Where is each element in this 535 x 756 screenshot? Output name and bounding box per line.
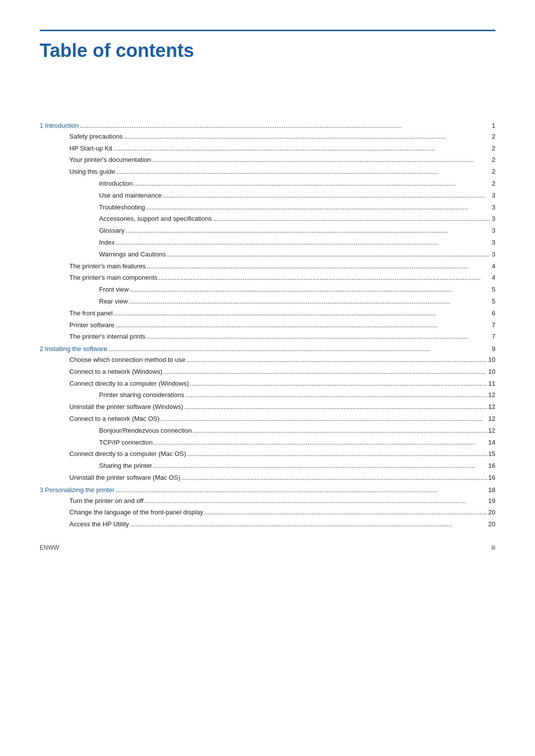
top-rule [40, 30, 495, 31]
toc-dots: ........................................… [146, 202, 491, 213]
toc-entry: Glossary ...............................… [40, 226, 495, 236]
toc-entry: Safety precautions .....................… [40, 132, 495, 142]
toc-dots: ........................................… [184, 402, 487, 412]
toc-dots: ........................................… [115, 320, 491, 331]
toc-entry: The printer's main components ..........… [40, 273, 495, 283]
footer-right: iii [491, 544, 495, 551]
toc-label: Accessories, support and specifications [40, 214, 212, 224]
toc-entry: Uninstall the printer software (Mac OS) … [40, 473, 495, 483]
toc-label: Rear view [40, 297, 128, 307]
toc-page-num: 15 [488, 449, 495, 459]
toc-dots: ........................................… [163, 367, 487, 377]
toc-dots: ........................................… [193, 426, 487, 436]
toc-entry: Index ..................................… [40, 238, 495, 248]
toc-label: HP Start-up Kit [40, 144, 112, 154]
toc-dots: ........................................… [108, 344, 491, 354]
toc-dots: ........................................… [124, 132, 491, 142]
toc-page-num: 9 [492, 344, 495, 354]
toc-entry: Rear view ..............................… [40, 297, 495, 307]
toc-page-num: 16 [488, 461, 495, 471]
toc-label: The printer's internal prints [40, 332, 146, 342]
toc-label: 2 Installing the software [40, 344, 107, 354]
toc-dots: ........................................… [80, 121, 491, 131]
toc-entry: Printer sharing considerations .........… [40, 390, 495, 401]
toc-dots: ........................................… [147, 332, 491, 342]
toc-dots: ........................................… [186, 355, 487, 365]
toc-dots: ........................................… [152, 155, 491, 165]
toc-entry: The printer's internal prints ..........… [40, 332, 495, 342]
toc-label: Choose which connection method to use [40, 355, 185, 365]
toc-entry: The front panel ........................… [40, 308, 495, 319]
toc-dots: ........................................… [181, 473, 487, 483]
toc-dots: ........................................… [125, 226, 490, 236]
toc-dots: ........................................… [116, 167, 491, 177]
toc-label: Change the language of the front-panel d… [40, 507, 203, 518]
toc-label: Safety precautions [40, 132, 123, 142]
toc-label: Use and maintenance [40, 191, 161, 201]
toc-dots: ........................................… [190, 379, 487, 389]
toc-dots: ........................................… [154, 438, 487, 448]
toc-page-num: 3 [492, 191, 495, 201]
toc-page-num: 5 [492, 285, 495, 295]
toc-dots: ........................................… [113, 308, 490, 319]
toc-entry: HP Start-up Kit ........................… [40, 144, 495, 154]
toc-label: Printer software [40, 320, 114, 331]
toc-label: 3 Personalizing the printer [40, 485, 114, 496]
toc-entry: Troubleshooting ........................… [40, 202, 495, 213]
toc-entry: Front view .............................… [40, 285, 495, 295]
toc-label: Front view [40, 285, 129, 295]
toc-dots: ........................................… [130, 285, 491, 295]
page-container: Table of contents 1 Introduction .......… [0, 0, 535, 571]
toc-label: 1 Introduction [40, 121, 79, 131]
toc-page-num: 14 [488, 438, 495, 448]
toc-page-num: 7 [492, 320, 495, 331]
page-title: Table of contents [40, 40, 495, 61]
toc-label: Connect to a network (Windows) [40, 367, 162, 377]
toc-label: Sharing the printer [40, 461, 152, 471]
footer-left: ENWW [40, 544, 59, 551]
toc-dots: ........................................… [134, 179, 491, 189]
toc-entry: Connect to a network (Windows) .........… [40, 367, 495, 377]
toc-dots: ........................................… [130, 519, 487, 530]
toc-label: Glossary [40, 226, 124, 236]
toc-entry: Using this guide .......................… [40, 167, 495, 177]
toc-dots: ........................................… [160, 414, 487, 424]
toc-label: Index [40, 238, 115, 248]
toc-page-num: 2 [492, 155, 495, 165]
toc-entry: Introduction ...........................… [40, 179, 495, 189]
toc-entry: Turn the printer on and off ............… [40, 496, 495, 506]
toc-entry: Connect directly to a computer (Mac OS) … [40, 449, 495, 459]
toc-dots: ........................................… [204, 507, 487, 518]
toc-entry: Your printer's documentation ...........… [40, 155, 495, 165]
toc-label: The printer's main features [40, 261, 146, 272]
toc-page-num: 16 [488, 473, 495, 483]
toc-dots: ........................................… [147, 261, 491, 272]
toc-page-num: 3 [492, 202, 495, 213]
toc-label: Connect directly to a computer (Windows) [40, 379, 189, 389]
toc-entry: Uninstall the printer software (Windows)… [40, 402, 495, 412]
toc-label: Uninstall the printer software (Windows) [40, 402, 183, 412]
toc-page-num: 12 [488, 402, 495, 412]
toc-page-num: 10 [488, 367, 495, 377]
toc-label: Warnings and Cautions [40, 250, 166, 260]
toc-entry: Sharing the printer ....................… [40, 461, 495, 471]
toc-page-num: 6 [492, 308, 495, 319]
toc-dots: ........................................… [213, 214, 491, 224]
toc-page-num: 3 [492, 250, 495, 260]
toc-page-num: 2 [492, 167, 495, 177]
toc-label: Your printer's documentation [40, 155, 151, 165]
toc-page-num: 2 [492, 179, 495, 189]
toc-entry: Use and maintenance ....................… [40, 191, 495, 201]
toc-page-num: 11 [488, 379, 495, 389]
toc-dots: ........................................… [153, 461, 487, 471]
toc-entry: 3 Personalizing the printer ............… [40, 485, 495, 496]
toc-page-num: 19 [488, 496, 495, 506]
toc-page-num: 3 [492, 226, 495, 236]
toc-entry: Choose which connection method to use ..… [40, 355, 495, 365]
toc-label: TCP/IP connection [40, 438, 153, 448]
toc-page-num: 3 [492, 214, 495, 224]
toc-page-num: 20 [488, 519, 495, 530]
toc-label: The front panel [40, 308, 112, 319]
toc-entry: The printer's main features ............… [40, 261, 495, 272]
toc-label: Using this guide [40, 167, 115, 177]
